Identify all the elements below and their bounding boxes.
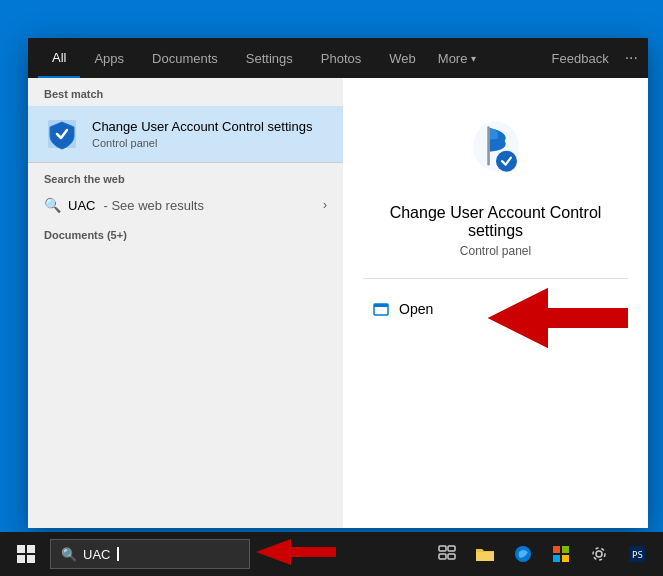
svg-rect-8: [17, 545, 25, 553]
svg-rect-14: [448, 546, 455, 551]
taskbar-red-arrow-indicator: [256, 537, 336, 571]
svg-marker-12: [256, 539, 336, 565]
svg-rect-9: [27, 545, 35, 553]
taskbar-search-icon: 🔍: [61, 547, 77, 562]
svg-rect-20: [553, 555, 560, 562]
start-button[interactable]: [4, 532, 48, 576]
svg-rect-10: [17, 555, 25, 563]
search-web-label: Search the web: [28, 163, 343, 191]
content-area: Best match Change User Account Contro: [28, 78, 648, 528]
open-label: Open: [399, 301, 433, 317]
best-match-item[interactable]: Change User Account Control settings Con…: [28, 106, 343, 162]
open-icon: [373, 301, 389, 317]
svg-point-3: [496, 151, 517, 172]
taskbar-right-icons: PS: [431, 532, 659, 576]
taskbar-search-box[interactable]: 🔍 UAC: [50, 539, 250, 569]
taskbar-cursor: [117, 547, 119, 561]
app-icon-large: [456, 108, 536, 188]
app-subtitle: Control panel: [460, 244, 531, 258]
svg-point-22: [596, 551, 602, 557]
tab-more[interactable]: More ▾: [430, 38, 485, 78]
svg-rect-18: [553, 546, 560, 553]
best-match-subtitle: Control panel: [92, 137, 312, 149]
svg-point-23: [593, 548, 605, 560]
nav-right: Feedback ···: [552, 49, 638, 67]
documents-label: Documents (5+): [28, 219, 343, 247]
search-web-left: 🔍 UAC - See web results: [44, 197, 204, 213]
powershell-icon[interactable]: PS: [621, 532, 653, 576]
search-arrow-icon: ›: [323, 198, 327, 212]
desktop: All Apps Documents Settings Photos Web M…: [0, 0, 663, 576]
nav-tabs: All Apps Documents Settings Photos Web M…: [38, 38, 552, 78]
task-view-icon[interactable]: [431, 532, 463, 576]
svg-rect-16: [448, 554, 455, 559]
svg-text:PS: PS: [632, 550, 643, 560]
left-panel: Best match Change User Account Contro: [28, 78, 343, 528]
best-match-icon: [44, 116, 80, 152]
tab-apps[interactable]: Apps: [80, 38, 138, 78]
taskbar-search-text: UAC: [83, 547, 110, 562]
search-query-text: UAC: [68, 198, 95, 213]
svg-rect-13: [439, 546, 446, 551]
feedback-button[interactable]: Feedback: [552, 51, 609, 66]
svg-rect-19: [562, 546, 569, 553]
svg-rect-21: [562, 555, 569, 562]
tab-web[interactable]: Web: [375, 38, 430, 78]
right-panel: Change User Account Control settings Con…: [343, 78, 648, 528]
more-options-button[interactable]: ···: [625, 49, 638, 67]
best-match-label: Best match: [28, 78, 343, 106]
svg-rect-2: [487, 126, 490, 165]
nav-bar: All Apps Documents Settings Photos Web M…: [28, 38, 648, 78]
best-match-title: Change User Account Control settings: [92, 119, 312, 136]
taskbar: 🔍 UAC: [0, 532, 663, 576]
best-match-text: Change User Account Control settings Con…: [92, 119, 312, 150]
tab-photos[interactable]: Photos: [307, 38, 375, 78]
store-icon[interactable]: [545, 532, 577, 576]
tab-all[interactable]: All: [38, 38, 80, 78]
settings-icon[interactable]: [583, 532, 615, 576]
svg-marker-7: [488, 288, 548, 348]
file-explorer-icon[interactable]: [469, 532, 501, 576]
search-window: All Apps Documents Settings Photos Web M…: [28, 38, 648, 528]
more-chevron-icon: ▾: [471, 53, 476, 64]
tab-documents[interactable]: Documents: [138, 38, 232, 78]
tab-settings[interactable]: Settings: [232, 38, 307, 78]
search-web-item[interactable]: 🔍 UAC - See web results ›: [28, 191, 343, 219]
svg-rect-5: [374, 304, 388, 307]
search-icon: 🔍: [44, 197, 60, 213]
svg-rect-15: [439, 554, 446, 559]
edge-icon[interactable]: [507, 532, 539, 576]
search-results-text: - See web results: [103, 198, 203, 213]
app-title: Change User Account Control settings: [363, 204, 628, 240]
red-arrow-indicator: [488, 283, 628, 357]
divider-right: [363, 278, 628, 279]
svg-rect-11: [27, 555, 35, 563]
